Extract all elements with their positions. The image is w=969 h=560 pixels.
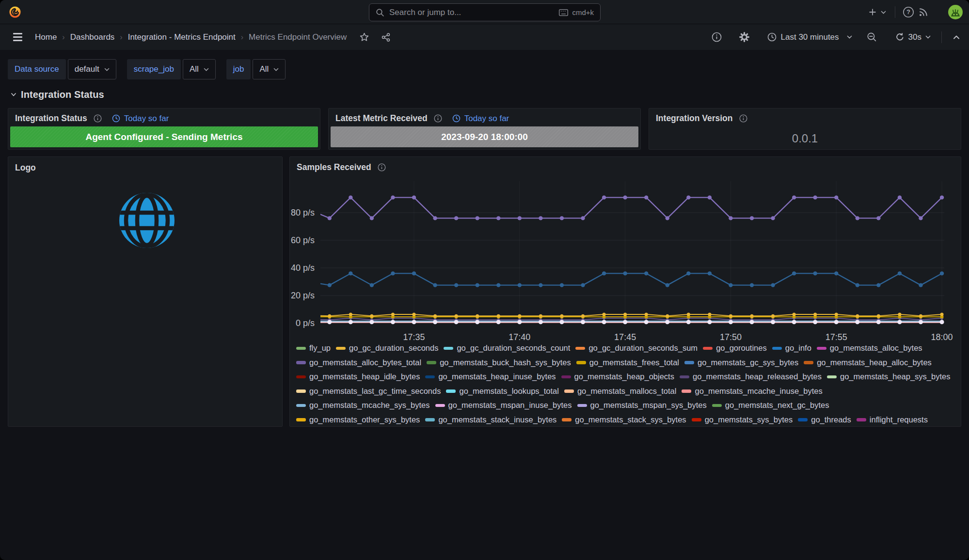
variable-label: scrape_job	[127, 59, 181, 79]
user-avatar[interactable]	[948, 5, 963, 19]
legend-item[interactable]: go_memstats_lookups_total	[446, 387, 558, 396]
legend-item[interactable]: go_memstats_stack_sys_bytes	[562, 415, 686, 424]
legend-item[interactable]: go_memstats_heap_objects	[561, 372, 674, 381]
legend-label: fly_up	[309, 343, 331, 353]
info-icon[interactable]	[434, 114, 442, 123]
dashboard-info-button[interactable]	[712, 32, 722, 42]
zoom-out-button[interactable]	[867, 32, 877, 42]
search-input[interactable]: Search or jump to... cmd+k	[369, 3, 601, 21]
legend-item[interactable]: go_threads	[798, 415, 851, 424]
legend-item[interactable]: go_memstats_last_gc_time_seconds	[296, 387, 441, 396]
news-button[interactable]	[918, 7, 929, 17]
breadcrumb-item[interactable]: Integration - Metrics Endpoint	[128, 32, 236, 42]
time-range-picker[interactable]: Last 30 minutes	[767, 32, 852, 42]
row-header[interactable]: Integration Status	[0, 79, 969, 100]
breadcrumb-item[interactable]: Home	[35, 32, 57, 42]
legend-label: go_memstats_mspan_inuse_bytes	[448, 401, 572, 410]
variable-label: job	[226, 59, 251, 79]
time-range-label: Last 30 minutes	[781, 32, 839, 42]
panel-title: Logo	[15, 163, 36, 173]
menu-toggle-button[interactable]	[13, 33, 22, 41]
grafana-logo-icon[interactable]	[8, 5, 22, 19]
zoom-out-icon	[867, 32, 877, 42]
legend-item[interactable]: go_memstats_heap_released_bytes	[680, 372, 822, 381]
legend-item[interactable]: go_gc_duration_seconds	[336, 343, 438, 353]
legend-label: go_memstats_heap_objects	[574, 372, 674, 381]
panel-title: Integration Status	[15, 113, 87, 124]
legend-item[interactable]: go_memstats_mspan_sys_bytes	[577, 401, 707, 410]
legend-item[interactable]: go_memstats_alloc_bytes	[817, 343, 922, 353]
chevron-down-icon	[11, 93, 16, 97]
variable-value-dropdown[interactable]: All	[253, 59, 286, 79]
time-override-label: Today so far	[452, 114, 509, 124]
legend-swatch	[425, 375, 435, 379]
favorite-star-button[interactable]	[360, 32, 369, 42]
legend-swatch	[680, 375, 689, 379]
breadcrumb-item[interactable]: Dashboards	[70, 32, 115, 42]
legend-label: go_gc_duration_seconds_count	[457, 343, 570, 353]
kiosk-mode-button[interactable]	[953, 33, 960, 41]
legend-label: go_memstats_next_gc_bytes	[725, 401, 829, 410]
legend-item[interactable]: go_memstats_gc_sys_bytes	[684, 358, 798, 367]
legend-item[interactable]: go_memstats_buck_hash_sys_bytes	[427, 358, 571, 367]
variable-value-dropdown[interactable]: All	[183, 59, 216, 79]
plus-icon	[868, 8, 877, 16]
panel-title: Integration Version	[656, 113, 733, 124]
series-blue-line	[317, 271, 944, 287]
legend-item[interactable]: go_gc_duration_seconds_sum	[575, 343, 698, 353]
legend-row: go_memstats_mcache_sys_bytesgo_memstats_…	[296, 398, 958, 413]
legend-item[interactable]: go_memstats_heap_idle_bytes	[296, 372, 420, 381]
topnav-divider	[895, 6, 895, 18]
chevron-down-icon	[104, 68, 110, 71]
legend-label: go_memstats_alloc_bytes	[830, 343, 922, 353]
legend-label: go_gc_duration_seconds_sum	[588, 343, 698, 353]
keyboard-icon	[559, 9, 568, 16]
legend-swatch	[425, 418, 435, 421]
legend-item[interactable]: go_memstats_sys_bytes	[692, 415, 793, 424]
legend-item[interactable]: go_memstats_next_gc_bytes	[712, 401, 829, 410]
legend-item[interactable]: fly_up	[296, 343, 331, 353]
legend-item[interactable]: go_memstats_other_sys_bytes	[296, 415, 420, 424]
panel-integration-status: Integration Status Today so far Agent Co…	[8, 108, 320, 150]
panel-title: Latest Metric Received	[335, 113, 428, 124]
series-white-low-line	[317, 320, 944, 324]
info-icon[interactable]	[94, 114, 102, 123]
legend-item[interactable]: inflight_requests	[857, 415, 928, 424]
latest-metric-value-bar: 2023-09-20 18:00:00	[331, 126, 638, 147]
legend-swatch	[427, 361, 436, 364]
legend-swatch	[444, 347, 453, 350]
legend-swatch	[575, 347, 585, 350]
help-button[interactable]: ?	[903, 6, 914, 18]
legend-item[interactable]: go_memstats_alloc_bytes_total	[296, 358, 421, 367]
x-tick-label: 17:55	[826, 332, 847, 342]
clock-icon	[452, 114, 461, 123]
legend-item[interactable]: go_memstats_mallocs_total	[564, 387, 677, 396]
legend-label: go_memstats_heap_alloc_bytes	[817, 358, 932, 367]
legend-swatch	[857, 418, 866, 421]
legend-label: inflight_requests	[870, 415, 928, 424]
legend-item[interactable]: go_memstats_mspan_inuse_bytes	[435, 401, 572, 410]
legend-label: go_memstats_stack_sys_bytes	[575, 415, 686, 424]
legend-item[interactable]: go_memstats_frees_total	[576, 358, 679, 367]
legend-item[interactable]: go_info	[772, 343, 811, 353]
legend-item[interactable]: go_memstats_heap_sys_bytes	[827, 372, 950, 381]
legend-item[interactable]: go_memstats_stack_inuse_bytes	[425, 415, 556, 424]
legend-item[interactable]: go_memstats_mcache_sys_bytes	[296, 401, 430, 410]
x-tick-label: 17:40	[508, 332, 530, 342]
dashboard-settings-button[interactable]	[739, 32, 749, 42]
breadcrumb-item[interactable]: Metrics Endpoint Overview	[249, 32, 347, 42]
legend-item[interactable]: go_memstats_mcache_inuse_bytes	[682, 387, 822, 396]
legend-item[interactable]: go_goroutines	[703, 343, 767, 353]
legend-row: go_memstats_other_sys_bytesgo_memstats_s…	[296, 413, 958, 427]
legend-item[interactable]: go_gc_duration_seconds_count	[444, 343, 570, 353]
info-icon[interactable]	[739, 114, 747, 123]
legend-label: go_memstats_last_gc_time_seconds	[309, 387, 441, 396]
variable-value-dropdown[interactable]: default	[68, 59, 116, 79]
legend-item[interactable]: go_memstats_heap_alloc_bytes	[804, 358, 932, 367]
refresh-button[interactable]: 30s	[895, 32, 931, 42]
legend-item[interactable]: go_memstats_heap_inuse_bytes	[425, 372, 556, 381]
legend-swatch	[692, 418, 701, 421]
share-button[interactable]	[381, 33, 390, 42]
add-new-button[interactable]	[868, 8, 886, 16]
legend-swatch	[435, 404, 445, 407]
